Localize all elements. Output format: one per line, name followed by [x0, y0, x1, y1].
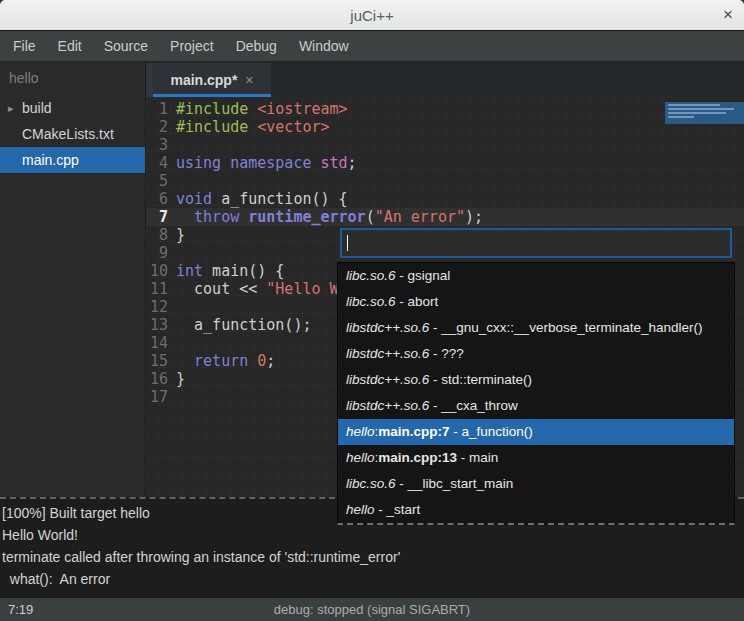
menu-item-debug[interactable]: Debug [225, 32, 288, 60]
line-number[interactable]: 6 [146, 190, 168, 208]
code-line-4: 4using namespace std; [146, 154, 744, 172]
line-number[interactable]: 1 [146, 100, 168, 118]
code-line-1: 1#include <iostream> [146, 100, 744, 118]
code-line-6: 6void a_function() { [146, 190, 744, 208]
line-number[interactable]: 11 [146, 280, 168, 298]
menu-item-edit[interactable]: Edit [47, 32, 93, 60]
backtrace-frame[interactable]: libstdc++.so.6 - ??? [338, 341, 734, 367]
code-line-2: 2#include <vector> [146, 118, 744, 136]
tab-main-cpp[interactable]: main.cpp* × [153, 63, 271, 97]
code-line-3: 3 [146, 136, 744, 154]
sidebar-item-cmakelists-txt[interactable]: CMakeLists.txt [0, 121, 145, 147]
menu-item-source[interactable]: Source [93, 32, 159, 60]
menu-item-project[interactable]: Project [159, 32, 225, 60]
tab-strip: main.cpp* × [146, 61, 744, 97]
sidebar-item-label: CMakeLists.txt [22, 121, 114, 147]
juci-window: juCi++ × FileEditSourceProjectDebugWindo… [0, 0, 744, 621]
tab-close-icon[interactable]: × [245, 72, 253, 88]
code-text: using namespace std; [176, 154, 357, 172]
line-number[interactable]: 15 [146, 352, 168, 370]
backtrace-frame[interactable]: libstdc++.so.6 - std::terminate() [338, 367, 734, 393]
line-number[interactable]: 10 [146, 262, 168, 280]
backtrace-frame[interactable]: hello - _start [338, 497, 734, 523]
line-number[interactable]: 4 [146, 154, 168, 172]
backtrace-frame[interactable]: hello:main.cpp:13 - main [338, 445, 734, 471]
titlebar: juCi++ × [0, 0, 744, 31]
code-line-7: 7 throw runtime_error("An error"); [146, 208, 744, 226]
code-text: } [176, 370, 185, 388]
tooltip-text-line [668, 104, 720, 106]
backtrace-frame[interactable]: hello:main.cpp:7 - a_function() [338, 419, 734, 445]
menu-item-file[interactable]: File [2, 32, 47, 60]
code-text: void a_function() { [176, 190, 348, 208]
tab-label: main.cpp* [170, 72, 237, 88]
sidebar-item-build[interactable]: ▸build [0, 95, 145, 121]
console-output-line: what(): An error [2, 568, 744, 590]
window-title: juCi++ [350, 7, 393, 24]
line-number[interactable]: 3 [146, 136, 168, 154]
popup-search-input[interactable] [340, 228, 732, 258]
line-number[interactable]: 14 [146, 334, 168, 352]
line-number[interactable]: 17 [146, 388, 168, 406]
backtrace-popup: libc.so.6 - gsignallibc.so.6 - abortlibs… [337, 228, 735, 525]
sidebar-item-label: main.cpp [22, 147, 79, 173]
line-number[interactable]: 12 [146, 298, 168, 316]
line-number[interactable]: 13 [146, 316, 168, 334]
sidebar-item-label: build [22, 95, 52, 121]
line-number[interactable]: 5 [146, 172, 168, 190]
code-text: cout << "Hello W [176, 280, 339, 298]
project-name-header: hello [0, 61, 145, 95]
file-tree-sidebar: hello ▸buildCMakeLists.txtmain.cpp [0, 61, 146, 497]
text-cursor [347, 235, 348, 251]
expander-arrow-icon: ▸ [8, 95, 22, 121]
line-number[interactable]: 8 [146, 226, 168, 244]
code-text: int main() { [176, 262, 284, 280]
tooltip-text-line [668, 112, 726, 114]
code-text: #include <vector> [176, 118, 330, 136]
console-output-line: terminate called after throwing an insta… [2, 546, 744, 568]
tooltip-text-line [668, 108, 734, 110]
backtrace-frame[interactable]: libc.so.6 - __libc_start_main [338, 471, 734, 497]
editor-mini-tooltip [665, 102, 744, 124]
tab-strip-notch [146, 63, 153, 97]
backtrace-frame[interactable]: libstdc++.so.6 - __cxa_throw [338, 393, 734, 419]
line-number[interactable]: 2 [146, 118, 168, 136]
line-number[interactable]: 7 [146, 208, 168, 226]
line-number[interactable]: 16 [146, 370, 168, 388]
menubar: FileEditSourceProjectDebugWindow [0, 31, 744, 61]
backtrace-frame[interactable]: libstdc++.so.6 - __gnu_cxx::__verbose_te… [338, 315, 734, 341]
code-text: #include <iostream> [176, 100, 348, 118]
code-text: a_function(); [176, 316, 311, 334]
debug-status-label: debug: stopped (signal SIGABRT) [0, 598, 744, 621]
backtrace-list: libc.so.6 - gsignallibc.so.6 - abortlibs… [337, 262, 735, 525]
code-text: } [176, 226, 185, 244]
code-line-5: 5 [146, 172, 744, 190]
sidebar-item-main-cpp[interactable]: main.cpp [0, 147, 145, 173]
menu-item-window[interactable]: Window [288, 32, 360, 60]
backtrace-frame[interactable]: libc.so.6 - gsignal [338, 263, 734, 289]
code-text: throw runtime_error("An error"); [176, 208, 483, 226]
backtrace-frame[interactable]: libc.so.6 - abort [338, 289, 734, 315]
tooltip-text-line [668, 116, 694, 118]
console-output-line: Hello World! [2, 524, 744, 546]
line-number[interactable]: 9 [146, 244, 168, 262]
close-icon[interactable]: × [723, 4, 733, 26]
status-bar: 7:19 debug: stopped (signal SIGABRT) [0, 598, 744, 621]
code-text: return 0; [176, 352, 275, 370]
